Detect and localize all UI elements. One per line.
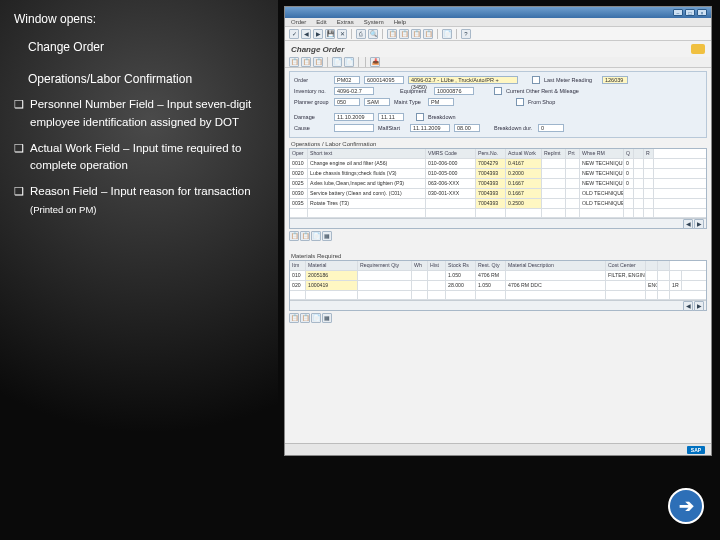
menu-help[interactable]: Help <box>394 19 406 25</box>
toolbar-icon[interactable]: 📋 <box>423 29 433 39</box>
table-row[interactable]: 0010Change engine oil and filter (A56)01… <box>290 159 706 169</box>
toolbar-icon[interactable]: ◀ <box>301 29 311 39</box>
materials-table[interactable]: ItmMaterialRequirement QtyWhHistStock Rs… <box>289 260 707 311</box>
toolbar-icon[interactable]: ? <box>461 29 471 39</box>
cell: 0 <box>624 179 634 188</box>
toolbar-icon[interactable]: 📄 <box>344 57 354 67</box>
menu-extras[interactable]: Extras <box>337 19 354 25</box>
table-tool-icon[interactable]: 📄 <box>311 313 321 323</box>
cell <box>542 159 566 168</box>
cell[interactable]: 1000419 <box>306 281 358 290</box>
toolbar-icon[interactable]: 📄 <box>442 29 452 39</box>
order-number-field[interactable]: 600014095 <box>364 76 404 84</box>
order-type-field[interactable]: PM02 <box>334 76 360 84</box>
maximize-button[interactable]: □ <box>685 9 695 16</box>
toolbar-icon[interactable]: 📋 <box>289 57 299 67</box>
next-arrow-button[interactable]: ➔ <box>668 488 704 524</box>
close-button[interactable]: × <box>697 9 707 16</box>
planner-group-field[interactable]: 050 <box>334 98 360 106</box>
label-damage: Damage <box>294 114 330 120</box>
cell[interactable]: 7004393 <box>476 189 506 198</box>
cause-field[interactable] <box>334 124 374 132</box>
col-header: Hist <box>428 261 446 270</box>
cell[interactable]: 7004393 <box>476 179 506 188</box>
toolbar-icon[interactable]: 📋 <box>387 29 397 39</box>
equipment-field[interactable]: 10000876 <box>434 87 474 95</box>
toolbar-icon[interactable]: 💾 <box>325 29 335 39</box>
cell[interactable]: 0.4167 <box>506 159 542 168</box>
table-row[interactable]: 01020051861.0504706 RMFILTER, ENGINE OIL <box>290 271 706 281</box>
toolbar-icon[interactable]: ✓ <box>289 29 299 39</box>
table-tool-icon[interactable]: ▦ <box>322 313 332 323</box>
table-tool-icon[interactable]: 📋 <box>289 231 299 241</box>
toolbar-icon[interactable]: 📥 <box>370 57 380 67</box>
cell: NEW TECHNIQUE <box>580 179 624 188</box>
inventory-field[interactable]: 4096-02.7 <box>334 87 374 95</box>
ops-table-toolbar: 📋 📋 📄 ▦ <box>285 229 711 243</box>
table-tool-icon[interactable]: 📋 <box>300 231 310 241</box>
damage-time-field[interactable]: 11.11 <box>378 113 404 121</box>
menu-system[interactable]: System <box>364 19 384 25</box>
menu-order[interactable]: Order <box>291 19 306 25</box>
toolbar-icon[interactable]: ▶ <box>313 29 323 39</box>
breakdown-dur-field[interactable]: 0 <box>538 124 564 132</box>
cell[interactable]: 0.1667 <box>506 179 542 188</box>
toolbar-icon[interactable]: 📋 <box>411 29 421 39</box>
table-row[interactable]: 0020Lube chassis fittings;check fluids (… <box>290 169 706 179</box>
table-tool-icon[interactable]: 📋 <box>300 313 310 323</box>
cell: 4706 RM <box>476 271 506 280</box>
scroll-right-icon[interactable]: ▶ <box>694 301 704 311</box>
cell: 063-006-XXX <box>426 179 476 188</box>
from-shop-checkbox[interactable] <box>516 98 524 106</box>
instruction-panel: Window opens: Change Order Operations/La… <box>0 0 278 540</box>
label-breakdown: Breakdown <box>428 114 464 120</box>
cell: 020 <box>290 281 306 290</box>
table-tool-icon[interactable]: ▦ <box>322 231 332 241</box>
cell[interactable]: 7004279 <box>476 159 506 168</box>
toolbar-icon[interactable]: 📋 <box>399 29 409 39</box>
malfstart-date-field[interactable]: 11.11.2009 <box>410 124 450 132</box>
table-tool-icon[interactable]: 📄 <box>311 231 321 241</box>
cell[interactable]: 2005186 <box>306 271 358 280</box>
breakdown-checkbox[interactable] <box>416 113 424 121</box>
damage-date-field[interactable]: 11.10.2009 <box>334 113 374 121</box>
order-desc-field[interactable]: 4096-02.7 - LUbe , Truck/Auto/PR + (3450… <box>408 76 518 84</box>
toolbar-icon[interactable]: 🔍 <box>368 29 378 39</box>
planner-group-name-field[interactable]: SAM <box>364 98 390 106</box>
ops-section-title: Operations / Labor Confirmation <box>291 141 711 147</box>
cell[interactable]: 7004393 <box>476 199 506 208</box>
scroll-left-icon[interactable]: ◀ <box>683 301 693 311</box>
cell <box>644 199 654 208</box>
cell: ENGINE OIL, SAE 15W40 LUBE ESGT - 1 <box>646 281 658 290</box>
toolbar-icon[interactable]: ✕ <box>337 29 347 39</box>
last-meter-field[interactable]: 126039 <box>602 76 628 84</box>
cell <box>634 179 644 188</box>
table-row[interactable]: 020100041928.0001.0504706 RM DDCENGINE O… <box>290 281 706 291</box>
minimize-button[interactable]: – <box>673 9 683 16</box>
toolbar-icon[interactable]: ⎙ <box>356 29 366 39</box>
current-other-checkbox[interactable] <box>494 87 502 95</box>
cell: NEW TECHNIQUE <box>580 159 624 168</box>
cell: Service battery (Clean and conn). (C01) <box>308 189 426 198</box>
toolbar-icon[interactable]: 📋 <box>313 57 323 67</box>
malfstart-time-field[interactable]: 08.00 <box>454 124 480 132</box>
table-row[interactable]: 0030Service battery (Clean and conn). (C… <box>290 189 706 199</box>
table-row[interactable]: 0035Rotate Tires (T3)70043930.2500OLD TE… <box>290 199 706 209</box>
scroll-right-icon[interactable]: ▶ <box>694 219 704 229</box>
toolbar-icon[interactable]: 📋 <box>301 57 311 67</box>
cell[interactable]: 0.2500 <box>506 199 542 208</box>
operations-table[interactable]: OperShort textVMRS CodePers.No.Actual Wo… <box>289 148 707 229</box>
toolbar-icon[interactable]: 📄 <box>332 57 342 67</box>
cell[interactable]: 7004393 <box>476 169 506 178</box>
menu-edit[interactable]: Edit <box>316 19 326 25</box>
table-tool-icon[interactable]: 📋 <box>289 313 299 323</box>
maint-type-field[interactable]: PM <box>428 98 454 106</box>
table-row[interactable]: 0025Axles lube,Clean,Inspec and tighten … <box>290 179 706 189</box>
cell: Lube chassis fittings;check fluids (V3) <box>308 169 426 178</box>
cell[interactable]: 0.1667 <box>506 189 542 198</box>
scroll-left-icon[interactable]: ◀ <box>683 219 693 229</box>
cell[interactable]: 0.2000 <box>506 169 542 178</box>
col-header: Requirement Qty <box>358 261 412 270</box>
last-meter-checkbox[interactable] <box>532 76 540 84</box>
cell <box>634 169 644 178</box>
